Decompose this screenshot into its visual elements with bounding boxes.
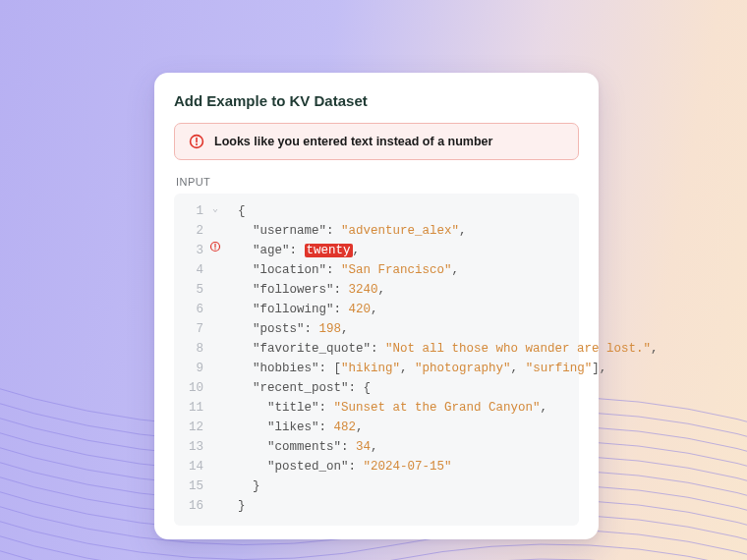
code-content: "posts": 198,: [223, 319, 579, 339]
code-content: "posted_on": "2024-07-15": [223, 457, 579, 476]
line-number: 3: [174, 241, 207, 260]
code-line[interactable]: 13 "comments": 34,: [174, 437, 579, 457]
fold-chevron-icon: ⌄: [207, 201, 223, 217]
svg-point-5: [214, 249, 216, 251]
code-content: {: [223, 201, 579, 221]
line-number: 5: [174, 280, 207, 300]
dialog-title: Add Example to KV Dataset: [174, 92, 579, 109]
code-line[interactable]: 16 }: [174, 496, 579, 516]
code-content: "likes": 482,: [223, 418, 579, 437]
line-number: 1: [174, 201, 207, 221]
code-content: "location": "San Francisco",: [223, 260, 579, 280]
code-content: "age": twenty,: [223, 241, 579, 260]
code-content: "hobbies": ["hiking", "photography", "su…: [223, 359, 606, 378]
code-content: "username": "adventure_alex",: [223, 221, 579, 241]
code-line[interactable]: 8 "favorite_quote": "Not all those who w…: [174, 339, 579, 359]
code-line[interactable]: 4 "location": "San Francisco",: [174, 260, 579, 280]
code-line[interactable]: 5 "followers": 3240,: [174, 280, 579, 300]
line-number: 8: [174, 339, 207, 359]
code-content: "followers": 3240,: [223, 280, 579, 300]
code-line[interactable]: 11 "title": "Sunset at the Grand Canyon"…: [174, 398, 579, 418]
line-number: 15: [174, 476, 207, 496]
line-number: 11: [174, 398, 207, 418]
line-error-icon: [207, 241, 223, 252]
code-line[interactable]: 9 "hobbies": ["hiking", "photography", "…: [174, 359, 579, 378]
code-line[interactable]: 2 "username": "adventure_alex",: [174, 221, 579, 241]
line-number: 10: [174, 378, 207, 398]
code-content: "favorite_quote": "Not all those who wan…: [223, 339, 659, 359]
dialog-card: Add Example to KV Dataset Looks like you…: [154, 73, 599, 539]
code-line[interactable]: 15 }: [174, 476, 579, 496]
code-content: "title": "Sunset at the Grand Canyon",: [223, 398, 579, 418]
error-alert: Looks like you entered text instead of a…: [174, 123, 579, 160]
code-content: }: [223, 476, 579, 496]
code-line[interactable]: 12 "likes": 482,: [174, 418, 579, 437]
line-number: 7: [174, 319, 207, 339]
line-number: 9: [174, 359, 207, 378]
line-number: 12: [174, 418, 207, 437]
alert-message: Looks like you entered text instead of a…: [214, 135, 492, 148]
background: Add Example to KV Dataset Looks like you…: [0, 0, 747, 560]
code-line[interactable]: 7 "posts": 198,: [174, 319, 579, 339]
line-number: 14: [174, 457, 207, 476]
line-number: 16: [174, 496, 207, 516]
code-line[interactable]: 3 "age": twenty,: [174, 241, 579, 260]
code-content: }: [223, 496, 579, 516]
code-line[interactable]: 14 "posted_on": "2024-07-15": [174, 457, 579, 476]
code-content: "following": 420,: [223, 300, 579, 319]
code-line[interactable]: 1⌄ {: [174, 201, 579, 221]
code-content: "recent_post": {: [223, 378, 579, 398]
line-number: 2: [174, 221, 207, 241]
code-line[interactable]: 10 "recent_post": {: [174, 378, 579, 398]
code-line[interactable]: 6 "following": 420,: [174, 300, 579, 319]
line-number: 6: [174, 300, 207, 319]
code-content: "comments": 34,: [223, 437, 579, 457]
code-editor[interactable]: 1⌄ {2 "username": "adventure_alex",3 "ag…: [174, 194, 579, 526]
line-number: 13: [174, 437, 207, 457]
error-token: twenty: [305, 244, 353, 257]
alert-error-icon: [189, 134, 204, 149]
svg-point-2: [196, 143, 198, 145]
line-number: 4: [174, 260, 207, 280]
input-section-label: INPUT: [176, 176, 579, 188]
